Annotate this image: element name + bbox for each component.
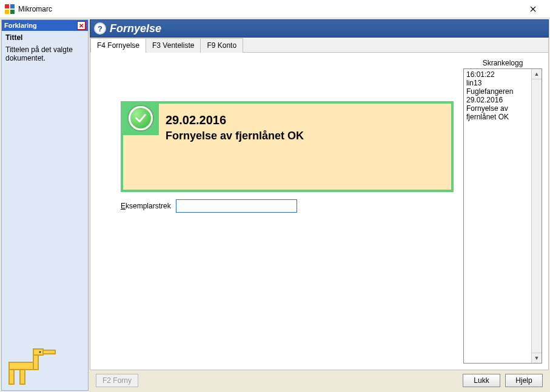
scroll-up-icon[interactable]: ▲ bbox=[532, 69, 542, 79]
window-title: Mikromarc bbox=[18, 5, 52, 13]
app-icon bbox=[5, 4, 15, 14]
log-line: 16:01:22 bbox=[466, 70, 539, 79]
svg-rect-0 bbox=[9, 362, 33, 370]
main-area: ? Fornyelse F4 Fornyelse F3 Venteliste F… bbox=[90, 19, 549, 391]
log-box[interactable]: 16:01:22 lin13 Fuglefangeren 29.02.2016 … bbox=[463, 68, 542, 364]
sidebar-close-button[interactable]: ✕ bbox=[77, 21, 86, 30]
body: Forklaring ✕ Tittel Tittelen på det valg… bbox=[0, 18, 550, 392]
svg-rect-1 bbox=[9, 370, 14, 384]
sidebar-header: Forklaring ✕ bbox=[2, 20, 88, 31]
titlebar: Mikromarc bbox=[0, 0, 550, 18]
status-text: Fornyelse av fjernlånet OK bbox=[166, 130, 441, 142]
svg-rect-2 bbox=[20, 370, 25, 384]
sidebar-description: Tittelen på det valgte dokumentet. bbox=[5, 45, 84, 62]
barcode-label: Eksemplarstrek bbox=[121, 202, 171, 210]
explanation-sidebar: Forklaring ✕ Tittel Tittelen på det valg… bbox=[1, 19, 89, 391]
tab-venteliste[interactable]: F3 Venteliste bbox=[146, 38, 201, 53]
log-line: lin13 bbox=[466, 79, 539, 87]
status-message-box: 29.02.2016 Fornyelse av fjernlånet OK bbox=[121, 101, 454, 192]
tab-body: 29.02.2016 Fornyelse av fjernlånet OK Ek… bbox=[90, 53, 548, 370]
log-line: Fornyelse av fjernlånet OK bbox=[466, 104, 539, 121]
module-header: ? Fornyelse bbox=[90, 19, 549, 38]
sidebar-header-label: Forklaring bbox=[4, 22, 37, 29]
status-badge-tab bbox=[122, 101, 159, 135]
sidebar-logo bbox=[2, 342, 88, 390]
log-scrollbar[interactable]: ▲ ▼ bbox=[531, 69, 542, 363]
tab-fornyelse[interactable]: F4 Fornyelse bbox=[90, 38, 146, 53]
tab-container: F4 Fornyelse F3 Venteliste F9 Konto 29. bbox=[90, 38, 549, 370]
svg-point-6 bbox=[39, 351, 41, 353]
log-line: 29.02.2016 bbox=[466, 96, 539, 104]
scroll-down-icon[interactable]: ▼ bbox=[532, 353, 542, 363]
help-icon: ? bbox=[94, 22, 106, 35]
barcode-input[interactable] bbox=[176, 199, 297, 213]
svg-rect-5 bbox=[43, 350, 55, 354]
log-line: Fuglefangeren bbox=[466, 87, 539, 96]
center-column: 29.02.2016 Fornyelse av fjernlånet OK Ek… bbox=[96, 59, 460, 364]
status-date: 29.02.2016 bbox=[166, 113, 441, 127]
sidebar-body: Tittel Tittelen på det valgte dokumentet… bbox=[2, 31, 88, 342]
module-title: Fornyelse bbox=[110, 22, 161, 35]
close-button[interactable]: Lukk bbox=[463, 374, 500, 387]
help-button[interactable]: Hjelp bbox=[505, 374, 543, 387]
barcode-field-row: Eksemplarstrek bbox=[121, 199, 454, 213]
renew-button: F2 Forny bbox=[96, 374, 138, 387]
svg-rect-3 bbox=[33, 354, 38, 370]
sidebar-title: Tittel bbox=[5, 33, 84, 42]
footer: F2 Forny Lukk Hjelp bbox=[90, 370, 549, 391]
success-icon bbox=[129, 106, 153, 130]
svg-rect-4 bbox=[33, 349, 43, 355]
tab-konto[interactable]: F9 Konto bbox=[200, 38, 243, 53]
log-column: Skrankelogg 16:01:22 lin13 Fuglefangeren… bbox=[463, 59, 542, 364]
app-window: Mikromarc Forklaring ✕ Tittel Tittelen p… bbox=[0, 0, 550, 392]
tab-bar: F4 Fornyelse F3 Venteliste F9 Konto bbox=[90, 38, 548, 53]
log-label: Skrankelogg bbox=[463, 59, 542, 67]
window-close-button[interactable] bbox=[521, 2, 545, 16]
